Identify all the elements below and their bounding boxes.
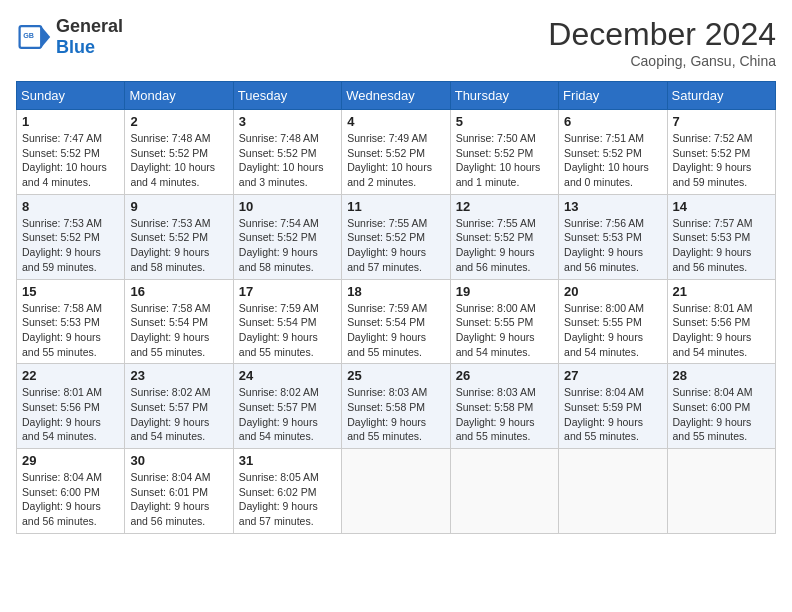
day-number: 14: [673, 199, 770, 214]
day-info: Sunrise: 7:55 AMSunset: 5:52 PMDaylight:…: [347, 216, 444, 275]
calendar-day-cell: 11Sunrise: 7:55 AMSunset: 5:52 PMDayligh…: [342, 194, 450, 279]
day-info: Sunrise: 8:02 AMSunset: 5:57 PMDaylight:…: [239, 385, 336, 444]
day-number: 9: [130, 199, 227, 214]
day-info: Sunrise: 8:03 AMSunset: 5:58 PMDaylight:…: [347, 385, 444, 444]
day-number: 1: [22, 114, 119, 129]
calendar-day-cell: 26Sunrise: 8:03 AMSunset: 5:58 PMDayligh…: [450, 364, 558, 449]
calendar-day-cell: 18Sunrise: 7:59 AMSunset: 5:54 PMDayligh…: [342, 279, 450, 364]
day-info: Sunrise: 8:04 AMSunset: 6:00 PMDaylight:…: [673, 385, 770, 444]
calendar-week-row: 22Sunrise: 8:01 AMSunset: 5:56 PMDayligh…: [17, 364, 776, 449]
day-number: 19: [456, 284, 553, 299]
calendar-day-cell: 7Sunrise: 7:52 AMSunset: 5:52 PMDaylight…: [667, 110, 775, 195]
calendar-table: SundayMondayTuesdayWednesdayThursdayFrid…: [16, 81, 776, 534]
day-number: 23: [130, 368, 227, 383]
calendar-day-cell: 9Sunrise: 7:53 AMSunset: 5:52 PMDaylight…: [125, 194, 233, 279]
day-info: Sunrise: 7:59 AMSunset: 5:54 PMDaylight:…: [347, 301, 444, 360]
day-info: Sunrise: 8:01 AMSunset: 5:56 PMDaylight:…: [22, 385, 119, 444]
weekday-header-sunday: Sunday: [17, 82, 125, 110]
day-number: 5: [456, 114, 553, 129]
day-number: 20: [564, 284, 661, 299]
day-info: Sunrise: 7:48 AMSunset: 5:52 PMDaylight:…: [130, 131, 227, 190]
day-info: Sunrise: 7:47 AMSunset: 5:52 PMDaylight:…: [22, 131, 119, 190]
calendar-day-cell: 29Sunrise: 8:04 AMSunset: 6:00 PMDayligh…: [17, 449, 125, 534]
weekday-header-wednesday: Wednesday: [342, 82, 450, 110]
calendar-day-cell: 3Sunrise: 7:48 AMSunset: 5:52 PMDaylight…: [233, 110, 341, 195]
weekday-header-saturday: Saturday: [667, 82, 775, 110]
day-info: Sunrise: 7:58 AMSunset: 5:54 PMDaylight:…: [130, 301, 227, 360]
logo-icon: GB: [16, 19, 52, 55]
day-number: 6: [564, 114, 661, 129]
calendar-day-cell: 1Sunrise: 7:47 AMSunset: 5:52 PMDaylight…: [17, 110, 125, 195]
weekday-header-thursday: Thursday: [450, 82, 558, 110]
calendar-week-row: 15Sunrise: 7:58 AMSunset: 5:53 PMDayligh…: [17, 279, 776, 364]
day-number: 3: [239, 114, 336, 129]
day-info: Sunrise: 8:04 AMSunset: 6:01 PMDaylight:…: [130, 470, 227, 529]
day-number: 30: [130, 453, 227, 468]
calendar-day-cell: 20Sunrise: 8:00 AMSunset: 5:55 PMDayligh…: [559, 279, 667, 364]
calendar-day-cell: 2Sunrise: 7:48 AMSunset: 5:52 PMDaylight…: [125, 110, 233, 195]
calendar-day-cell: 12Sunrise: 7:55 AMSunset: 5:52 PMDayligh…: [450, 194, 558, 279]
day-info: Sunrise: 7:53 AMSunset: 5:52 PMDaylight:…: [22, 216, 119, 275]
calendar-day-cell: 6Sunrise: 7:51 AMSunset: 5:52 PMDaylight…: [559, 110, 667, 195]
calendar-day-cell: 15Sunrise: 7:58 AMSunset: 5:53 PMDayligh…: [17, 279, 125, 364]
month-title: December 2024: [548, 16, 776, 53]
day-info: Sunrise: 7:53 AMSunset: 5:52 PMDaylight:…: [130, 216, 227, 275]
location: Caoping, Gansu, China: [548, 53, 776, 69]
calendar-day-cell: 17Sunrise: 7:59 AMSunset: 5:54 PMDayligh…: [233, 279, 341, 364]
calendar-week-row: 29Sunrise: 8:04 AMSunset: 6:00 PMDayligh…: [17, 449, 776, 534]
day-number: 8: [22, 199, 119, 214]
calendar-empty-cell: [342, 449, 450, 534]
day-info: Sunrise: 7:51 AMSunset: 5:52 PMDaylight:…: [564, 131, 661, 190]
day-info: Sunrise: 8:00 AMSunset: 5:55 PMDaylight:…: [456, 301, 553, 360]
logo: GB General Blue: [16, 16, 123, 58]
calendar-header-row: SundayMondayTuesdayWednesdayThursdayFrid…: [17, 82, 776, 110]
day-info: Sunrise: 7:55 AMSunset: 5:52 PMDaylight:…: [456, 216, 553, 275]
day-number: 31: [239, 453, 336, 468]
day-info: Sunrise: 7:57 AMSunset: 5:53 PMDaylight:…: [673, 216, 770, 275]
calendar-day-cell: 28Sunrise: 8:04 AMSunset: 6:00 PMDayligh…: [667, 364, 775, 449]
calendar-day-cell: 8Sunrise: 7:53 AMSunset: 5:52 PMDaylight…: [17, 194, 125, 279]
day-number: 17: [239, 284, 336, 299]
day-number: 12: [456, 199, 553, 214]
svg-text:GB: GB: [23, 31, 34, 40]
calendar-day-cell: 10Sunrise: 7:54 AMSunset: 5:52 PMDayligh…: [233, 194, 341, 279]
day-number: 2: [130, 114, 227, 129]
day-number: 27: [564, 368, 661, 383]
calendar-day-cell: 22Sunrise: 8:01 AMSunset: 5:56 PMDayligh…: [17, 364, 125, 449]
day-info: Sunrise: 7:54 AMSunset: 5:52 PMDaylight:…: [239, 216, 336, 275]
calendar-day-cell: 31Sunrise: 8:05 AMSunset: 6:02 PMDayligh…: [233, 449, 341, 534]
calendar-empty-cell: [667, 449, 775, 534]
calendar-week-row: 8Sunrise: 7:53 AMSunset: 5:52 PMDaylight…: [17, 194, 776, 279]
calendar-day-cell: 23Sunrise: 8:02 AMSunset: 5:57 PMDayligh…: [125, 364, 233, 449]
day-number: 10: [239, 199, 336, 214]
day-number: 22: [22, 368, 119, 383]
day-number: 4: [347, 114, 444, 129]
day-number: 13: [564, 199, 661, 214]
calendar-day-cell: 24Sunrise: 8:02 AMSunset: 5:57 PMDayligh…: [233, 364, 341, 449]
day-number: 29: [22, 453, 119, 468]
day-number: 15: [22, 284, 119, 299]
page-header: GB General Blue December 2024 Caoping, G…: [16, 16, 776, 69]
day-number: 25: [347, 368, 444, 383]
day-info: Sunrise: 8:02 AMSunset: 5:57 PMDaylight:…: [130, 385, 227, 444]
day-info: Sunrise: 8:05 AMSunset: 6:02 PMDaylight:…: [239, 470, 336, 529]
day-number: 28: [673, 368, 770, 383]
day-number: 24: [239, 368, 336, 383]
logo-blue-text: Blue: [56, 37, 95, 57]
day-info: Sunrise: 7:52 AMSunset: 5:52 PMDaylight:…: [673, 131, 770, 190]
title-block: December 2024 Caoping, Gansu, China: [548, 16, 776, 69]
calendar-day-cell: 4Sunrise: 7:49 AMSunset: 5:52 PMDaylight…: [342, 110, 450, 195]
calendar-day-cell: 27Sunrise: 8:04 AMSunset: 5:59 PMDayligh…: [559, 364, 667, 449]
day-number: 7: [673, 114, 770, 129]
day-number: 16: [130, 284, 227, 299]
calendar-day-cell: 19Sunrise: 8:00 AMSunset: 5:55 PMDayligh…: [450, 279, 558, 364]
day-info: Sunrise: 7:56 AMSunset: 5:53 PMDaylight:…: [564, 216, 661, 275]
weekday-header-friday: Friday: [559, 82, 667, 110]
day-info: Sunrise: 7:50 AMSunset: 5:52 PMDaylight:…: [456, 131, 553, 190]
day-info: Sunrise: 8:04 AMSunset: 6:00 PMDaylight:…: [22, 470, 119, 529]
day-info: Sunrise: 8:01 AMSunset: 5:56 PMDaylight:…: [673, 301, 770, 360]
calendar-empty-cell: [559, 449, 667, 534]
calendar-day-cell: 5Sunrise: 7:50 AMSunset: 5:52 PMDaylight…: [450, 110, 558, 195]
weekday-header-monday: Monday: [125, 82, 233, 110]
day-info: Sunrise: 8:00 AMSunset: 5:55 PMDaylight:…: [564, 301, 661, 360]
